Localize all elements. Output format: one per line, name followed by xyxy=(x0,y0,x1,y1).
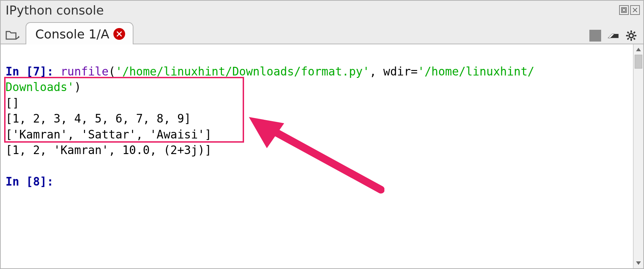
console-output-area[interactable]: In [7]: runfile('/home/linuxhint/Downloa… xyxy=(1,44,633,268)
code-paren-close: ) xyxy=(74,80,81,94)
svg-line-15 xyxy=(634,38,635,39)
stop-kernel-button[interactable] xyxy=(589,30,601,42)
code-runfile: runfile xyxy=(60,65,109,78)
console-tab-label: Console 1/A xyxy=(35,27,109,41)
output-line: [1, 2, 'Kamran', 10.0, (2+3j)] xyxy=(6,143,212,157)
in-prompt-number: 7 xyxy=(33,65,40,78)
svg-line-16 xyxy=(634,32,635,33)
scroll-up-button[interactable] xyxy=(634,44,643,55)
in-prompt-bracket: ]: xyxy=(40,175,54,188)
console-toolbar xyxy=(589,30,639,44)
in-prompt-bracket: In [ xyxy=(6,175,33,188)
svg-line-17 xyxy=(627,38,629,39)
clear-console-button[interactable] xyxy=(607,30,619,42)
maximize-pane-button[interactable] xyxy=(619,5,629,15)
code-sep: , wdir= xyxy=(370,65,418,78)
close-tab-button[interactable] xyxy=(113,28,125,40)
console-body: In [7]: runfile('/home/linuxhint/Downloa… xyxy=(1,44,643,268)
in-prompt-bracket: ]: xyxy=(40,65,54,78)
console-options-button[interactable] xyxy=(625,30,637,42)
scroll-down-button[interactable] xyxy=(634,258,643,268)
code-string-wdir: '/home/linuxhint/ xyxy=(418,65,534,78)
code-string-path: '/home/linuxhint/Downloads/format.py' xyxy=(115,65,370,78)
output-line: [] xyxy=(6,96,19,110)
pane-titlebar: IPython console xyxy=(1,1,643,18)
close-pane-button[interactable] xyxy=(630,5,640,15)
scroll-track[interactable] xyxy=(634,55,643,258)
in-prompt-bracket: In [ xyxy=(6,65,33,78)
browse-tabs-button[interactable] xyxy=(5,27,20,42)
annotation-arrow-icon xyxy=(243,110,384,197)
scroll-thumb[interactable] xyxy=(635,55,642,69)
output-line: ['Kamran', 'Sattar', 'Awaisi'] xyxy=(6,128,212,141)
code-string-wdir-cont: Downloads' xyxy=(6,80,74,94)
pane-title: IPython console xyxy=(6,3,104,17)
svg-line-18 xyxy=(267,127,381,190)
vertical-scrollbar[interactable] xyxy=(633,44,643,268)
code-paren: ( xyxy=(109,65,115,78)
console-tab-bar: Console 1/A xyxy=(1,18,643,44)
output-line: [1, 2, 3, 4, 5, 6, 7, 8, 9] xyxy=(6,112,191,125)
pane-window-controls xyxy=(619,5,640,15)
ipython-console-pane: IPython console Console 1/A xyxy=(0,0,644,269)
svg-rect-1 xyxy=(623,9,625,11)
console-tab[interactable]: Console 1/A xyxy=(26,22,133,44)
svg-point-9 xyxy=(629,34,633,38)
svg-marker-19 xyxy=(249,117,284,148)
svg-marker-20 xyxy=(636,48,641,51)
in-prompt-number: 8 xyxy=(33,175,40,188)
svg-marker-21 xyxy=(636,261,641,265)
svg-line-14 xyxy=(627,32,629,33)
